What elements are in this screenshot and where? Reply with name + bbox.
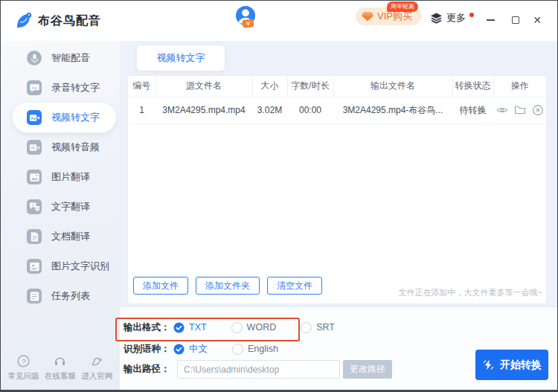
output-path-row: 输出路径： 更改路径	[124, 360, 392, 379]
main-content: 视频转文字 编号 源文件名 大小 字数/时长 输出文件名 转换状态 操作	[120, 41, 557, 390]
add-file-button[interactable]: 添加文件	[133, 277, 188, 295]
language-chinese-label: 中文	[189, 343, 208, 356]
sidebar-item-label: 图片文字识别	[51, 260, 109, 273]
add-folder-button[interactable]: 添加文件夹	[196, 277, 260, 295]
faq-label: 常见问题	[8, 371, 39, 382]
layers-icon	[430, 12, 443, 25]
maximize-button[interactable]	[506, 10, 525, 30]
svg-text:?: ?	[22, 357, 25, 365]
sidebar-item-text-translate[interactable]: 文 A 文字翻译	[1, 192, 120, 222]
anniversary-sale-badge: 周年钜惠	[387, 1, 418, 12]
picture-icon	[27, 170, 42, 184]
col-header-no: 编号	[128, 76, 155, 97]
cell-status: 待转换	[452, 97, 493, 123]
format-word-label: WORD	[247, 322, 277, 332]
language-radio-chinese[interactable]: 中文	[173, 343, 208, 356]
avatar-vip-badge: V	[242, 19, 254, 28]
table-row: 1 3M2A4295.mp4.mp4 3.02M 00:00 3M2A4295.…	[128, 97, 546, 123]
sidebar-item-audio-to-text[interactable]: Aa 录音转文字	[1, 73, 120, 103]
lightning-icon	[482, 359, 495, 371]
tab-video-to-text[interactable]: 视频转文字	[137, 45, 225, 71]
more-menu-button[interactable]: 更多	[430, 11, 474, 25]
language-radio-english[interactable]: English	[232, 344, 278, 355]
headset-icon	[53, 354, 67, 368]
app-title: 布谷鸟配音	[38, 13, 101, 29]
sidebar-item-smart-dubbing[interactable]: 智能配音	[1, 43, 120, 73]
official-site-label: 进入官网	[81, 371, 112, 382]
language-english-label: English	[248, 344, 278, 354]
sidebar-item-label: 任务列表	[51, 289, 90, 303]
sidebar-item-image-ocr[interactable]: 图片文字识别	[1, 251, 120, 281]
cell-no: 1	[128, 97, 155, 123]
translate-bubbles-icon: 文 A	[27, 199, 42, 214]
format-radio-word[interactable]: WORD	[231, 322, 277, 333]
video-camera-aa-icon: Aa	[27, 110, 42, 125]
list-icon	[27, 289, 42, 303]
svg-text:Aa: Aa	[31, 115, 36, 120]
change-path-button[interactable]: 更改路径	[343, 360, 392, 379]
speech-bubble-aa-icon: Aa	[27, 80, 42, 95]
radio-unchecked-icon	[231, 322, 243, 333]
sidebar-footer: ? 常见问题 在线客服 进入官网	[1, 354, 120, 382]
language-row: 识别语种： 中文 English	[124, 340, 278, 358]
col-header-source: 源文件名	[155, 76, 252, 97]
official-site-link[interactable]: 进入官网	[81, 354, 112, 382]
col-header-operations: 操作	[493, 76, 546, 97]
remove-file-icon[interactable]	[532, 104, 544, 116]
sidebar-item-document-translate[interactable]: 文档翻译	[1, 222, 120, 251]
format-txt-label: TXT	[189, 322, 207, 332]
question-circle-icon: ?	[16, 354, 31, 368]
minimize-button[interactable]	[481, 10, 500, 30]
sidebar-item-image-translate[interactable]: 图片翻译	[1, 162, 120, 192]
output-path-label: 输出路径：	[124, 363, 177, 376]
format-radio-srt[interactable]: SRT	[301, 322, 335, 333]
output-format-label: 输出格式：	[124, 321, 177, 334]
file-buttons: 添加文件 添加文件夹 清空文件	[133, 277, 322, 295]
sidebar-item-video-to-audio[interactable]: 视频转音频	[1, 132, 120, 162]
col-header-size: 大小	[252, 76, 287, 97]
col-header-status: 转换状态	[452, 76, 493, 97]
cell-size: 3.02M	[252, 97, 287, 123]
close-button[interactable]: ✕	[527, 10, 547, 30]
svg-text:Aa: Aa	[31, 84, 37, 89]
file-table-card: 编号 源文件名 大小 字数/时长 输出文件名 转换状态 操作 1 3M2A429…	[127, 75, 547, 304]
cell-output: 3M2A4295.mp4-布谷鸟...	[333, 97, 452, 123]
format-radio-txt[interactable]: TXT	[173, 322, 207, 333]
online-support-label: 在线客服	[45, 371, 76, 382]
preview-eye-icon[interactable]	[496, 104, 508, 116]
mic-icon	[27, 51, 42, 65]
user-avatar[interactable]: V	[236, 6, 257, 28]
sidebar-item-label: 录音转文字	[51, 81, 100, 94]
options-panel: 输出格式： TXT WORD SRT 识别语种	[120, 306, 557, 390]
sidebar-item-label: 智能配音	[51, 51, 90, 65]
radio-unchecked-icon	[301, 322, 312, 333]
sidebar-item-label: 视频转音频	[51, 141, 100, 154]
start-conversion-button[interactable]: 开始转换	[475, 350, 548, 380]
output-format-row: 输出格式： TXT WORD SRT	[124, 318, 335, 336]
output-path-input[interactable]	[177, 360, 340, 379]
cell-words-duration: 00:00	[287, 97, 333, 123]
titlebar: 布谷鸟配音 V VIP购买 周年钜惠 更多	[1, 1, 557, 41]
language-label: 识别语种：	[124, 343, 177, 356]
start-conversion-label: 开始转换	[500, 359, 542, 372]
gem-icon	[362, 11, 373, 22]
sidebar-item-video-to-text[interactable]: Aa 视频转文字	[13, 103, 116, 132]
col-header-output: 输出文件名	[333, 76, 452, 97]
cell-source: 3M2A4295.mp4.mp4	[155, 97, 252, 123]
document-icon	[27, 229, 42, 244]
clear-files-button[interactable]: 清空文件	[267, 277, 322, 295]
sidebar-item-label: 文字翻译	[51, 200, 90, 213]
video-camera-audio-icon	[27, 140, 42, 155]
open-folder-icon[interactable]	[514, 104, 526, 116]
adding-files-hint: 文件正在添加中，大文件要多等一会哦~	[399, 287, 542, 298]
row-operations	[493, 104, 546, 116]
faq-link[interactable]: ? 常见问题	[8, 354, 39, 382]
col-header-words-duration: 字数/时长	[287, 76, 333, 97]
online-support-link[interactable]: 在线客服	[45, 354, 76, 382]
format-srt-label: SRT	[316, 322, 335, 332]
app-logo-bird-icon	[13, 10, 33, 30]
sidebar-item-label: 文档翻译	[51, 230, 90, 243]
sidebar-item-task-list[interactable]: 任务列表	[1, 281, 120, 311]
sidebar-item-label: 视频转文字	[51, 111, 100, 124]
bird-globe-icon	[90, 354, 104, 368]
